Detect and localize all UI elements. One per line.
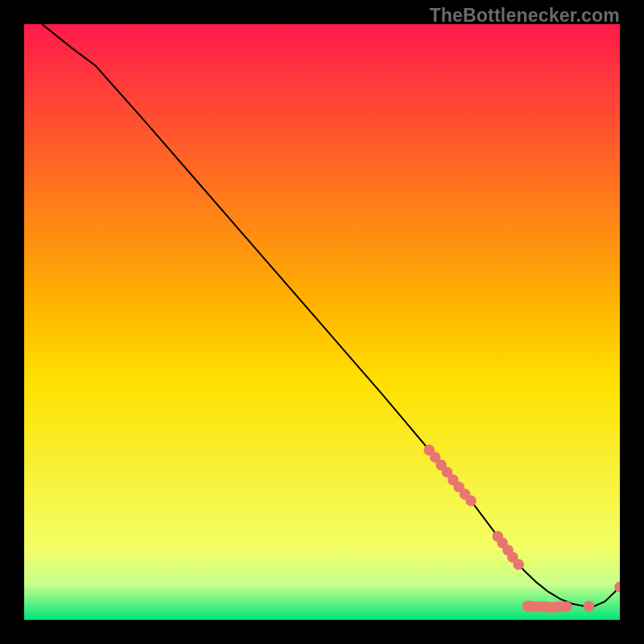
- data-marker: [513, 559, 524, 570]
- gradient-background: [24, 24, 620, 620]
- data-marker: [465, 495, 477, 506]
- plot-area: [24, 24, 620, 620]
- chart-stage: TheBottlenecker.com: [0, 0, 644, 644]
- data-marker: [561, 601, 572, 613]
- chart-svg: [24, 24, 620, 620]
- watermark-label: TheBottlenecker.com: [430, 5, 620, 27]
- data-marker: [584, 601, 595, 612]
